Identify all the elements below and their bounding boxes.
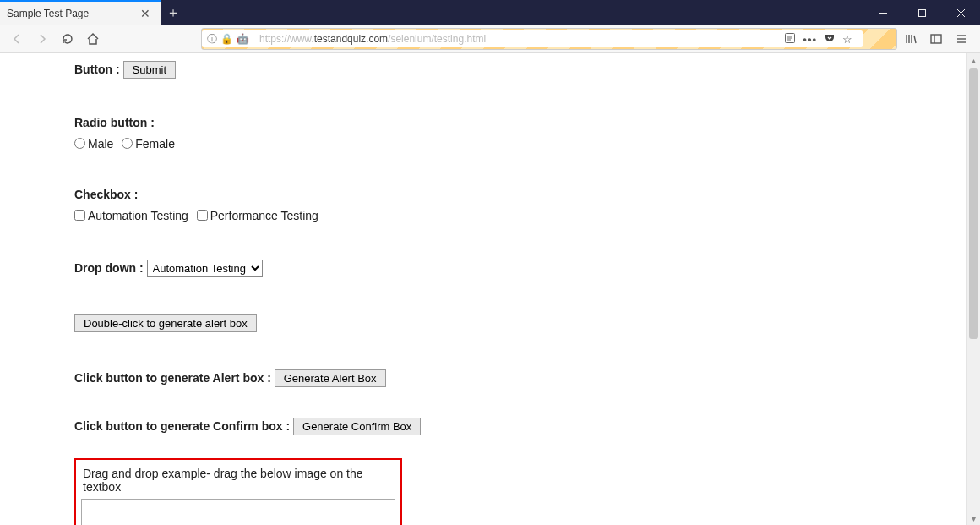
radio-label: Radio button : (74, 116, 966, 129)
url-text-wrap: https://www.testandquiz.com/selenium/tes… (254, 30, 863, 47)
checkbox-performance[interactable]: Performance Testing (197, 209, 318, 222)
dragdrop-section: Drag and drop example- drag the below im… (74, 458, 402, 525)
browser-tab-active[interactable]: Sample Test Page ✕ (0, 0, 161, 25)
svg-rect-12 (931, 35, 941, 43)
site-identity[interactable]: ⓘ 🔒 🤖 (202, 30, 254, 47)
window-titlebar: Sample Test Page ✕ ＋ (0, 0, 980, 25)
dragdrop-title: Drag and drop example- drag the below im… (83, 467, 395, 494)
pocket-icon[interactable] (824, 32, 836, 46)
minimize-button[interactable] (863, 0, 902, 25)
page-viewport: Button : Submit Radio button : Male Fema… (0, 53, 980, 525)
page-actions-icon[interactable]: ••• (803, 33, 817, 46)
button-row: Button : Submit (74, 61, 966, 79)
checkbox-automation-input[interactable] (74, 210, 85, 221)
maximize-button[interactable] (902, 0, 941, 25)
svg-line-11 (914, 36, 916, 43)
scroll-thumb[interactable] (969, 68, 978, 339)
new-tab-button[interactable]: ＋ (161, 0, 186, 25)
reader-mode-icon[interactable] (784, 32, 796, 46)
tab-strip: Sample Test Page ✕ ＋ (0, 0, 186, 25)
double-click-button[interactable]: Double-click to generate alert box (74, 314, 257, 332)
radio-male-input[interactable] (74, 138, 85, 149)
lock-icon: 🔒 (220, 33, 233, 45)
dropdown-select[interactable]: Automation Testing (147, 260, 263, 277)
checkbox-label: Checkbox : (74, 188, 966, 201)
radio-male[interactable]: Male (74, 137, 113, 150)
button-label: Button : (74, 63, 120, 76)
generate-confirm-button[interactable]: Generate Confirm Box (293, 418, 421, 435)
tracking-icon: 🤖 (237, 33, 249, 45)
browser-toolbar: ⓘ 🔒 🤖 https://www.testandquiz.com/seleni… (0, 25, 980, 53)
bookmark-star-icon[interactable]: ☆ (842, 33, 852, 46)
radio-female-input[interactable] (122, 138, 133, 149)
close-tab-icon[interactable]: ✕ (137, 7, 154, 20)
generate-alert-button[interactable]: Generate Alert Box (275, 369, 386, 387)
scroll-down-arrow[interactable]: ▾ (967, 511, 980, 525)
checkbox-group: Automation Testing Performance Testing (74, 209, 966, 222)
library-icon[interactable] (902, 30, 919, 47)
radio-group: Male Female (74, 137, 966, 150)
confirm-row: Click button to generate Confirm box : G… (74, 418, 966, 435)
alert-row: Click button to generate Alert box : Gen… (74, 369, 966, 387)
dropdown-row: Drop down : Automation Testing (74, 260, 966, 277)
info-icon: ⓘ (207, 32, 217, 46)
alert-label: Click button to generate Alert box : (74, 371, 271, 385)
radio-female[interactable]: Female (122, 137, 175, 150)
scroll-up-arrow[interactable]: ▴ (967, 53, 980, 67)
toolbar-right-icons (902, 30, 973, 47)
url-text: https://www.testandquiz.com/selenium/tes… (259, 33, 486, 45)
scroll-track[interactable] (967, 67, 980, 511)
tab-title: Sample Test Page (7, 8, 137, 19)
address-bar-right-icons: ••• ☆ (784, 32, 858, 46)
home-button[interactable] (83, 29, 103, 49)
dragdrop-dropzone[interactable]: java T point (81, 499, 395, 525)
svg-rect-1 (918, 9, 925, 16)
vertical-scrollbar[interactable]: ▴ ▾ (966, 53, 980, 525)
sidebar-icon[interactable] (928, 30, 945, 47)
close-window-button[interactable] (941, 0, 980, 25)
checkbox-automation[interactable]: Automation Testing (74, 209, 188, 222)
submit-button[interactable]: Submit (123, 61, 176, 79)
back-button[interactable] (7, 29, 27, 49)
confirm-label: Click button to generate Confirm box : (74, 419, 290, 433)
checkbox-performance-input[interactable] (197, 210, 208, 221)
window-controls (863, 0, 980, 25)
dropdown-label: Drop down : (74, 261, 144, 275)
dblclick-row: Double-click to generate alert box (74, 314, 966, 332)
forward-button[interactable] (32, 29, 52, 49)
address-bar[interactable]: ⓘ 🔒 🤖 https://www.testandquiz.com/seleni… (201, 28, 897, 50)
page-content: Button : Submit Radio button : Male Fema… (0, 53, 966, 525)
menu-icon[interactable] (953, 30, 970, 47)
reload-button[interactable] (57, 29, 78, 49)
